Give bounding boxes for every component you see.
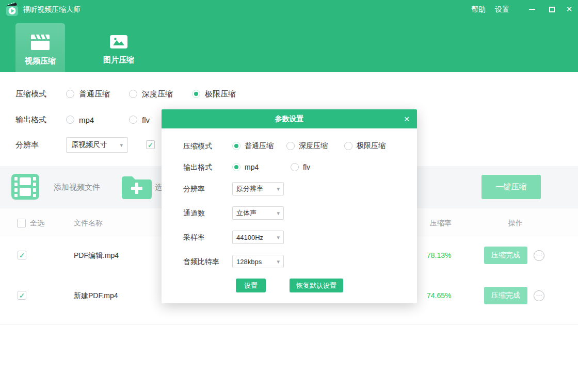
app-header: 福昕视频压缩大师 帮助 设置 ✕ 视频压缩 图片压缩 (0, 0, 578, 72)
select-all-checkbox[interactable] (17, 219, 26, 227)
chevron-down-icon: ▾ (277, 258, 280, 265)
modal-resolution-row: 分辨率 原分辨率 ▾ (183, 182, 405, 195)
file-name: PDF编辑.mp4 (74, 237, 119, 274)
close-icon: ✕ (566, 5, 573, 14)
modal-bitrate-label: 音频比特率 (183, 255, 219, 268)
modal-compression-mode-label: 压缩模式 (183, 139, 212, 153)
chevron-down-icon: ▾ (277, 210, 280, 217)
minimize-icon (529, 9, 535, 10)
app-title: 福昕视频压缩大师 (23, 0, 81, 19)
clapperboard-icon (30, 35, 50, 50)
compression-ratio: 78.13% (427, 237, 451, 274)
select-all-label: 全选 (30, 209, 44, 237)
restore-defaults-button[interactable]: 恢复默认设置 (290, 279, 343, 292)
help-button[interactable]: 帮助 (471, 0, 486, 19)
add-video-files-button[interactable]: 添加视频文件 (54, 166, 100, 208)
modal-radio-deep-compression[interactable]: 深度压缩 (286, 139, 328, 153)
chevron-down-icon: ▾ (277, 186, 280, 192)
modal-output-format-label: 输出格式 (183, 160, 212, 174)
modal-resolution-label: 分辨率 (183, 182, 205, 195)
tab-video-compression[interactable]: 视频压缩 (15, 23, 65, 72)
modal-channels-label: 通道数 (183, 206, 205, 220)
radio-extreme-compression[interactable]: 极限压缩 (192, 86, 236, 102)
modal-output-format-row: 输出格式 mp4 flv (183, 160, 405, 174)
dialog-close-button[interactable]: ✕ (404, 109, 410, 128)
modal-channels-row: 通道数 立体声 ▾ (183, 206, 405, 220)
column-compression-ratio: 压缩率 (430, 209, 452, 237)
modal-compression-mode-row: 压缩模式 普通压缩 深度压缩 极限压缩 (183, 139, 405, 153)
ellipsis-icon: ··· (536, 252, 542, 258)
modal-samplerate-select[interactable]: 44100Hz ▾ (232, 231, 284, 244)
tab-video-label: 视频压缩 (15, 56, 65, 66)
more-options-button[interactable]: ··· (534, 250, 544, 261)
app-logo-icon (5, 2, 20, 17)
modal-samplerate-label: 采样率 (183, 231, 205, 244)
compress-all-button[interactable]: 一键压缩 (481, 175, 541, 199)
radio-icon (286, 142, 295, 150)
radio-deep-compression[interactable]: 深度压缩 (129, 86, 173, 102)
tab-image-compression[interactable]: 图片压缩 (93, 23, 145, 72)
film-strip-icon[interactable] (11, 174, 39, 200)
image-icon (109, 35, 128, 49)
modal-bitrate-value: 128kbps (236, 258, 262, 266)
compression-ratio: 74.65% (427, 277, 451, 314)
add-folder-icon[interactable] (122, 175, 152, 199)
modal-bitrate-select[interactable]: 128kbps ▾ (232, 255, 284, 268)
resolution-label: 分辨率 (15, 137, 39, 153)
row-checkbox[interactable]: ✓ (18, 291, 26, 300)
column-action: 操作 (508, 209, 523, 237)
file-name: 新建PDF.mp4 (74, 277, 118, 314)
check-icon: ✓ (19, 252, 25, 259)
compression-mode-row: 压缩模式 普通压缩 深度压缩 极限压缩 (15, 86, 408, 102)
maximize-icon (549, 7, 555, 12)
modal-channels-value: 立体声 (236, 208, 256, 218)
radio-checked-icon (192, 90, 200, 98)
radio-checked-icon (232, 142, 240, 150)
modal-resolution-value: 原分辨率 (236, 184, 263, 193)
output-format-label: 输出格式 (15, 112, 46, 127)
radio-flv[interactable]: flv (129, 112, 150, 127)
ellipsis-icon: ··· (536, 292, 542, 298)
minimize-button[interactable] (524, 0, 540, 19)
radio-normal-compression[interactable]: 普通压缩 (66, 86, 110, 102)
radio-icon (66, 116, 74, 124)
column-file-name: 文件名称 (74, 209, 103, 237)
compression-done-button[interactable]: 压缩完成 (484, 247, 527, 264)
compression-mode-label: 压缩模式 (15, 86, 46, 102)
parameter-settings-dialog: 参数设置 ✕ 压缩模式 普通压缩 深度压缩 极限压缩 输出格式 mp4 flv … (162, 109, 417, 303)
resolution-option-checkbox[interactable]: ✓ (146, 140, 155, 149)
settings-button[interactable]: 设置 (495, 0, 509, 19)
dialog-header: 参数设置 ✕ (162, 109, 417, 128)
window-close-button[interactable]: ✕ (561, 0, 577, 19)
modal-resolution-select[interactable]: 原分辨率 ▾ (232, 182, 284, 195)
modal-radio-mp4[interactable]: mp4 (232, 160, 259, 174)
modal-buttons-row: 设置 恢复默认设置 (183, 279, 405, 292)
modal-samplerate-value: 44100Hz (236, 234, 263, 241)
close-icon: ✕ (404, 115, 410, 123)
modal-radio-extreme-compression[interactable]: 极限压缩 (344, 139, 386, 153)
dialog-title: 参数设置 (162, 109, 417, 128)
check-icon: ✓ (19, 292, 25, 299)
radio-icon (66, 90, 74, 98)
chevron-down-icon: ▾ (277, 234, 280, 241)
modal-samplerate-row: 采样率 44100Hz ▾ (183, 231, 405, 244)
radio-checked-icon (232, 163, 240, 171)
maximize-button[interactable] (544, 0, 559, 19)
row-checkbox[interactable]: ✓ (18, 251, 26, 259)
resolution-select[interactable]: 原视频尺寸 ▾ (66, 137, 128, 153)
titlebar: 福昕视频压缩大师 帮助 设置 ✕ (0, 0, 578, 19)
compression-done-button[interactable]: 压缩完成 (484, 287, 527, 304)
check-icon: ✓ (148, 141, 154, 149)
chevron-down-icon: ▾ (120, 142, 123, 149)
tab-image-label: 图片压缩 (93, 55, 145, 65)
radio-mp4[interactable]: mp4 (66, 112, 94, 127)
modal-bitrate-row: 音频比特率 128kbps ▾ (183, 255, 405, 268)
apply-settings-button[interactable]: 设置 (236, 279, 266, 292)
modal-radio-normal-compression[interactable]: 普通压缩 (232, 139, 274, 153)
radio-icon (129, 116, 137, 124)
modal-channels-select[interactable]: 立体声 ▾ (232, 206, 284, 220)
more-options-button[interactable]: ··· (534, 290, 544, 301)
radio-icon (344, 142, 352, 150)
modal-radio-flv[interactable]: flv (291, 160, 310, 174)
content-divider (0, 324, 578, 324)
